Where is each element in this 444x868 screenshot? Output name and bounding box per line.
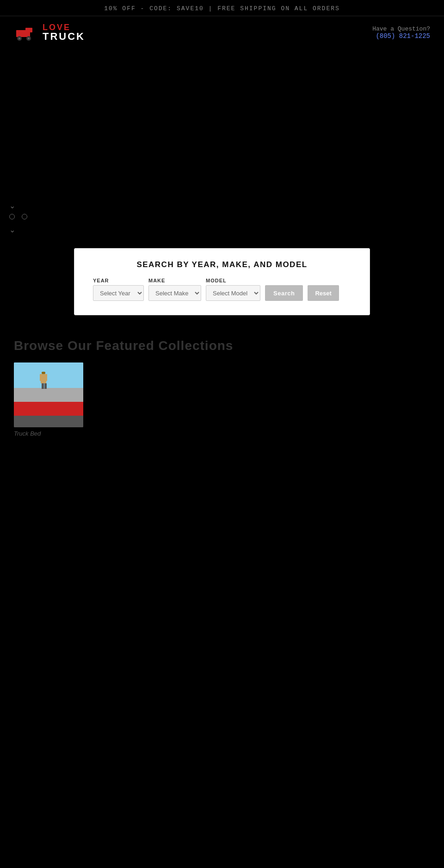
make-label: MAKE xyxy=(148,278,201,283)
svg-rect-13 xyxy=(45,374,47,381)
slider-dot-1[interactable] xyxy=(9,214,15,219)
collection-label: Truck Bed xyxy=(14,430,83,437)
header: LOVE TRUCK Have a Question? (805) 821-12… xyxy=(0,16,444,49)
collection-image xyxy=(14,362,83,427)
logo-text: LOVE TRUCK xyxy=(43,23,85,42)
svg-rect-14 xyxy=(42,383,44,389)
chevron-down-icon-2[interactable]: ⌄ xyxy=(9,225,435,234)
svg-rect-12 xyxy=(40,374,42,381)
model-label: MODEL xyxy=(206,278,260,283)
collection-item[interactable]: Truck Bed xyxy=(14,362,83,437)
search-widget-title: SEARCH BY YEAR, MAKE, AND MODEL xyxy=(93,260,351,269)
logo-truck: TRUCK xyxy=(43,31,85,42)
contact-question: Have a Question? xyxy=(372,25,430,32)
year-label: YEAR xyxy=(93,278,144,283)
slider-dot-2[interactable] xyxy=(22,214,27,219)
banner-text: 10% OFF - CODE: SAVE10 | FREE SHIPPING O… xyxy=(104,5,340,12)
browse-section: Browse Our Featured Collections xyxy=(0,329,444,446)
slider-dots xyxy=(9,214,435,219)
make-select[interactable]: Select Make Ford Chevy Toyota Ram xyxy=(148,285,201,301)
contact-phone[interactable]: (805) 821-1225 xyxy=(372,32,430,40)
svg-point-5 xyxy=(28,37,30,39)
svg-rect-10 xyxy=(42,372,45,374)
browse-title: Browse Our Featured Collections xyxy=(14,338,430,353)
truck-image-simulation xyxy=(14,362,83,427)
logo-area[interactable]: LOVE TRUCK xyxy=(14,23,85,42)
svg-rect-1 xyxy=(25,28,32,32)
reset-button[interactable]: Reset xyxy=(308,285,339,301)
truck-bed-svg xyxy=(14,362,83,427)
logo-icon xyxy=(14,23,37,42)
svg-rect-9 xyxy=(14,416,83,427)
search-widget: SEARCH BY YEAR, MAKE, AND MODEL YEAR Sel… xyxy=(74,248,370,315)
svg-rect-16 xyxy=(14,412,83,415)
top-banner: 10% OFF - CODE: SAVE10 | FREE SHIPPING O… xyxy=(0,0,444,16)
svg-rect-15 xyxy=(44,383,47,389)
hero-area xyxy=(0,49,444,197)
chevron-down-icon[interactable]: ⌄ xyxy=(9,201,435,210)
model-select[interactable]: Select Model F-150 Silverado Tacoma 1500 xyxy=(206,285,260,301)
svg-rect-8 xyxy=(14,402,83,418)
search-button[interactable]: Search xyxy=(265,285,303,301)
slider-controls: ⌄ ⌄ xyxy=(0,197,444,239)
year-group: YEAR Select Year 2024 2023 2022 2021 202… xyxy=(93,278,144,301)
search-widget-wrapper: SEARCH BY YEAR, MAKE, AND MODEL YEAR Sel… xyxy=(0,239,444,329)
svg-point-3 xyxy=(18,37,20,39)
dark-content-area xyxy=(0,446,444,724)
year-select[interactable]: Select Year 2024 2023 2022 2021 2020 xyxy=(93,285,144,301)
make-group: MAKE Select Make Ford Chevy Toyota Ram xyxy=(148,278,201,301)
model-group: MODEL Select Model F-150 Silverado Tacom… xyxy=(206,278,260,301)
collections-grid: Truck Bed xyxy=(14,362,430,437)
svg-rect-6 xyxy=(14,362,83,390)
header-contact: Have a Question? (805) 821-1225 xyxy=(372,25,430,40)
search-form: YEAR Select Year 2024 2023 2022 2021 202… xyxy=(93,278,351,301)
